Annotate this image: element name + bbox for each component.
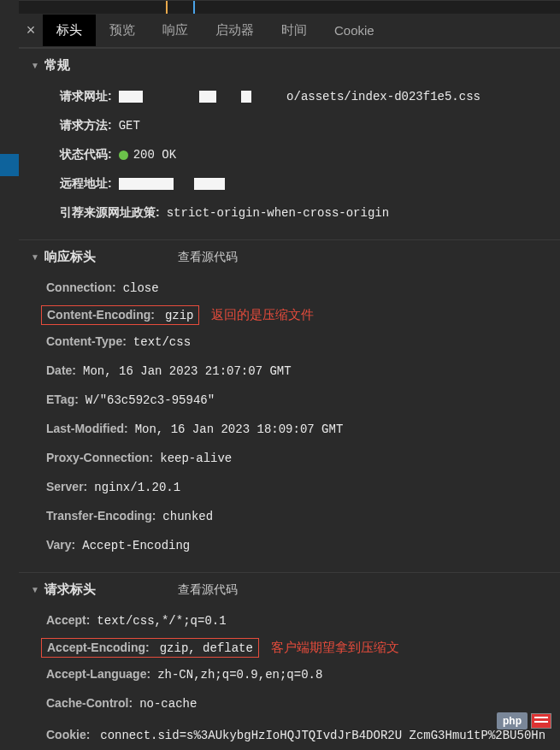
- label-etag: ETag:: [46, 391, 79, 409]
- redacted-block: [119, 178, 174, 190]
- label-last-modified: Last-Modified:: [46, 420, 128, 438]
- php-badge: php: [497, 712, 528, 729]
- value-etag: W/"63c592c3-95946": [85, 392, 215, 410]
- close-icon[interactable]: ×: [19, 21, 43, 39]
- annotation-client-expects-compressed: 客户端期望拿到压缩文: [271, 640, 399, 656]
- row-server: Server: nginx/1.20.1: [19, 473, 560, 502]
- value-proxy-connection: keep-alive: [160, 450, 232, 468]
- value-server: nginx/1.20.1: [94, 479, 180, 497]
- triangle-down-icon: ▼: [31, 252, 39, 262]
- headers-panel: × 标头 预览 响应 启动器 时间 Cookie ▼ 常规 请求网址: o/a: [19, 14, 560, 750]
- tabs-bar: × 标头 预览 响应 启动器 时间 Cookie: [19, 14, 560, 48]
- value-remote-address: [119, 175, 226, 193]
- section-general: ▼ 常规 请求网址: o/assets/index-d023f1e5.css 请…: [19, 48, 560, 239]
- section-request-header[interactable]: ▼ 请求标头 查看源代码: [19, 573, 560, 605]
- value-referrer-policy: strict-origin-when-cross-origin: [167, 204, 389, 222]
- value-last-modified: Mon, 16 Jan 2023 18:09:07 GMT: [135, 421, 344, 439]
- triangle-down-icon: ▼: [31, 61, 39, 70]
- value-accept-encoding: gzip, deflate: [160, 641, 253, 655]
- value-vary: Accept-Encoding: [82, 537, 190, 555]
- view-source-link[interactable]: 查看源代码: [178, 582, 238, 598]
- row-request-method: 请求方法: GET: [19, 111, 560, 140]
- label-referrer-policy: 引荐来源网址政策:: [60, 204, 160, 221]
- triangle-down-icon: ▼: [31, 585, 39, 594]
- label-request-url: 请求网址:: [60, 87, 112, 105]
- row-status-code: 状态代码: 200 OK: [19, 140, 560, 169]
- row-vary: Vary: Accept-Encoding: [19, 531, 560, 560]
- label-transfer-encoding: Transfer-Encoding:: [46, 507, 156, 525]
- label-cookie: Cookie:: [46, 728, 90, 741]
- row-request-url: 请求网址: o/assets/index-d023f1e5.css: [19, 82, 560, 111]
- value-content-type: text/css: [133, 334, 191, 351]
- row-proxy-connection: Proxy-Connection: keep-alive: [19, 444, 560, 473]
- value-date: Mon, 16 Jan 2023 21:07:07 GMT: [83, 363, 292, 381]
- tab-cookie[interactable]: Cookie: [321, 15, 388, 45]
- row-remote-address: 远程地址:: [19, 169, 560, 198]
- label-cache-control: Cache-Control:: [46, 694, 133, 712]
- value-accept-language: zh-CN,zh;q=0.9,en;q=0.8: [157, 666, 322, 684]
- row-etag: ETag: W/"63c592c3-95946": [19, 386, 560, 415]
- value-cache-control: no-cache: [139, 695, 197, 713]
- label-accept-encoding: Accept-Encoding:: [47, 641, 150, 654]
- section-response-headers: ▼ 响应标头 查看源代码 Connection: close Content-E…: [19, 239, 560, 572]
- redacted-block: [199, 91, 216, 103]
- value-connection: close: [123, 280, 159, 298]
- label-connection: Connection:: [46, 279, 116, 297]
- row-content-type: Content-Type: text/css: [19, 328, 560, 357]
- value-request-method: GET: [119, 117, 140, 135]
- row-accept: Accept: text/css,*/*;q=0.1: [19, 606, 560, 635]
- section-request-title: 请求标头: [44, 582, 96, 598]
- section-response-title: 响应标头: [44, 249, 96, 265]
- label-vary: Vary:: [46, 536, 75, 554]
- cn-flag-icon: [531, 713, 551, 729]
- row-last-modified: Last-Modified: Mon, 16 Jan 2023 18:09:07…: [19, 415, 560, 444]
- request-headers-list: Accept: text/css,*/*;q=0.1 Accept-Encodi…: [19, 605, 560, 750]
- value-content-encoding: gzip: [165, 309, 194, 322]
- left-gutter: [0, 0, 19, 750]
- section-general-header[interactable]: ▼ 常规: [19, 49, 560, 80]
- label-content-encoding: Content-Encoding:: [47, 308, 155, 322]
- row-cookie: Cookie: connect.sid=s%3AUkybgHzIoHQJTQIv…: [19, 718, 560, 750]
- view-source-link[interactable]: 查看源代码: [178, 250, 238, 265]
- value-accept: text/css,*/*;q=0.1: [97, 612, 226, 630]
- tab-preview[interactable]: 预览: [96, 15, 149, 46]
- highlight-box: Content-Encoding: gzip: [41, 305, 199, 325]
- section-general-title: 常规: [44, 57, 70, 74]
- annotation-compressed-response: 返回的是压缩文件: [211, 307, 314, 323]
- value-request-url: o/assets/index-d023f1e5.css: [119, 88, 480, 106]
- label-status-code: 状态代码:: [60, 145, 112, 163]
- label-content-type: Content-Type:: [46, 333, 127, 351]
- value-cookie: connect.sid=s%3AUkybgHzIoHQJTQIvdJrB4DOR…: [46, 729, 545, 750]
- row-accept-language: Accept-Language: zh-CN,zh;q=0.9,en;q=0.8: [19, 660, 560, 689]
- row-referrer-policy: 引荐来源网址政策: strict-origin-when-cross-origi…: [19, 198, 560, 227]
- label-remote-address: 远程地址:: [60, 174, 112, 192]
- highlight-box: Accept-Encoding: gzip, deflate: [41, 638, 259, 658]
- row-connection: Connection: close: [19, 274, 560, 303]
- redacted-block: [119, 91, 143, 103]
- value-transfer-encoding: chunked: [162, 508, 213, 526]
- label-accept-language: Accept-Language:: [46, 665, 150, 683]
- value-status-code: 200 OK: [119, 146, 176, 164]
- row-date: Date: Mon, 16 Jan 2023 21:07:07 GMT: [19, 357, 560, 386]
- row-accept-encoding: Accept-Encoding: gzip, deflate 客户端期望拿到压缩…: [19, 635, 560, 660]
- tab-timing[interactable]: 时间: [268, 15, 321, 46]
- label-date: Date:: [46, 362, 76, 380]
- left-gutter-highlight: [0, 154, 19, 176]
- section-request-headers: ▼ 请求标头 查看源代码 Accept: text/css,*/*;q=0.1 …: [19, 572, 560, 750]
- label-request-method: 请求方法:: [60, 116, 112, 134]
- response-headers-list: Connection: close Content-Encoding: gzip…: [19, 272, 560, 572]
- general-list: 请求网址: o/assets/index-d023f1e5.css 请求方法: …: [19, 80, 560, 239]
- label-proxy-connection: Proxy-Connection:: [46, 449, 153, 467]
- row-content-encoding: Content-Encoding: gzip 返回的是压缩文件: [19, 303, 560, 328]
- label-accept: Accept:: [46, 611, 90, 629]
- label-server: Server:: [46, 478, 87, 496]
- row-transfer-encoding: Transfer-Encoding: chunked: [19, 502, 560, 531]
- tab-response[interactable]: 响应: [149, 15, 202, 46]
- watermark-badge: php: [497, 712, 551, 729]
- top-accent-strip: [19, 0, 560, 14]
- tab-headers[interactable]: 标头: [43, 15, 96, 46]
- redacted-block: [241, 91, 251, 103]
- row-cache-control: Cache-Control: no-cache: [19, 689, 560, 718]
- section-response-header[interactable]: ▼ 响应标头 查看源代码: [19, 240, 560, 272]
- tab-initiator[interactable]: 启动器: [202, 15, 268, 46]
